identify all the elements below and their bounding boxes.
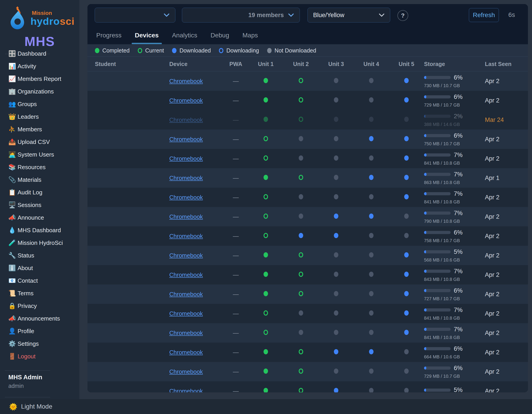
sidebar-item-groups[interactable]: 👥Groups [0, 98, 79, 110]
unit-5-cell [389, 252, 424, 259]
unit-2-cell [283, 136, 319, 143]
device-link[interactable]: Chromebook [169, 330, 203, 336]
none-dot-icon [369, 291, 373, 296]
refresh-button[interactable]: Refresh [469, 8, 499, 22]
none-dot-icon [334, 330, 338, 335]
device-cell: Chromebook [169, 97, 223, 104]
storage-cell: 7%790 MB / 10.8 GB [424, 210, 485, 224]
last-seen-cell: Apr 2 [485, 194, 521, 201]
unit-2-cell [283, 78, 319, 85]
sidebar-item-announcements[interactable]: 📣Announcements [0, 312, 79, 325]
device-link[interactable]: Chromebook [169, 175, 203, 181]
unit-4-cell [354, 155, 389, 162]
sidebar-item-about[interactable]: ℹ️About [0, 262, 79, 274]
sidebar-item-activity[interactable]: 📊Activity [0, 60, 79, 73]
palette-select[interactable]: Blue/Yellow [307, 8, 390, 23]
storage-bar-fill [424, 212, 427, 215]
device-cell: Chromebook [169, 271, 223, 278]
device-link[interactable]: Chromebook [169, 97, 203, 104]
sidebar-item-materials[interactable]: 📎Materials [0, 174, 79, 186]
sidebar-item-label: Announcements [18, 315, 60, 322]
device-link[interactable]: Chromebook [169, 388, 203, 393]
unit-1-cell [248, 194, 283, 201]
storage-detail: 841 MB / 10.8 GB [424, 161, 485, 166]
storage-bar-line: 6% [424, 132, 485, 139]
sidebar-item-contact[interactable]: 📧Contact [0, 274, 79, 287]
tab-progress[interactable]: Progress [95, 26, 123, 44]
tab-maps[interactable]: Maps [241, 26, 259, 44]
device-link[interactable]: Chromebook [169, 310, 203, 317]
storage-bar [424, 76, 451, 79]
tab-analytics[interactable]: Analytics [171, 26, 199, 44]
pwa-cell: — [223, 310, 248, 317]
current-dot-icon [299, 388, 303, 393]
column-header-unit-2: Unit 2 [283, 61, 319, 67]
sidebar-item-privacy[interactable]: 🔒Privacy [0, 300, 79, 312]
device-link[interactable]: Chromebook [169, 155, 203, 162]
help-button[interactable]: ? [398, 10, 408, 21]
downloaded-dot-icon [404, 330, 409, 335]
sidebar-item-status[interactable]: 🔧Status [0, 249, 79, 262]
device-link[interactable]: Chromebook [169, 136, 203, 143]
unit-4-cell [354, 388, 389, 393]
sidebar-item-label: Audit Log [18, 189, 42, 196]
filter-select-empty[interactable] [95, 8, 175, 23]
device-link[interactable]: Chromebook [169, 233, 203, 239]
sidebar-item-system-users[interactable]: 🧑‍💻System Users [0, 148, 79, 161]
chart-increasing-icon: 📈 [8, 75, 17, 83]
unit-3-cell [319, 136, 354, 143]
device-link[interactable]: Chromebook [169, 252, 203, 259]
storage-percent: 6% [454, 74, 463, 81]
device-link[interactable]: Chromebook [169, 78, 203, 84]
tab-devices[interactable]: Devices [133, 26, 160, 44]
sidebar-item-profile[interactable]: 👤Profile [0, 325, 79, 337]
sidebar-item-resources[interactable]: 📚Resources [0, 161, 79, 174]
tab-debug[interactable]: Debug [209, 26, 231, 44]
table-row: Chromebook—7%863 MB / 10.8 GBApr 1 [87, 168, 528, 188]
storage-bar-fill [424, 76, 426, 79]
unit-5-cell [389, 213, 424, 220]
storage-bar [424, 328, 451, 331]
downloaded-dot-icon [404, 194, 409, 199]
sidebar-item-sessions[interactable]: 🖥️Sessions [0, 199, 79, 211]
crown-icon: 👑 [8, 113, 17, 120]
unit-2-cell [283, 233, 319, 240]
sidebar-item-organizations[interactable]: 🏢Organizations [0, 85, 79, 98]
sidebar-item-audit-log[interactable]: 📋Audit Log [0, 186, 79, 199]
light-mode-toggle[interactable]: Light Mode [21, 403, 52, 410]
storage-bar-fill [424, 270, 427, 273]
sidebar-item-upload-csv[interactable]: 📤Upload CSV [0, 136, 79, 148]
device-link[interactable]: Chromebook [169, 368, 203, 375]
device-link[interactable]: Chromebook [169, 116, 203, 123]
storage-percent: 7% [454, 326, 463, 333]
sidebar-item-logout[interactable]: 🚪Logout [0, 350, 79, 363]
sidebar-item-leaders[interactable]: 👑Leaders [0, 110, 79, 123]
sidebar-item-announce[interactable]: 📣Announce [0, 211, 79, 224]
sidebar-item-members-report[interactable]: 📈Members Report [0, 73, 79, 85]
storage-percent: 6% [454, 229, 463, 236]
storage-cell: 7%841 MB / 10.8 GB [424, 326, 485, 340]
sidebar-item-mission-hydrosci[interactable]: 🧪Mission HydroSci [0, 237, 79, 249]
legend-item-not-downloaded: Not Downloaded [267, 47, 316, 54]
storage-bar-fill [424, 347, 426, 350]
last-seen-cell: Apr 2 [485, 213, 521, 220]
downloaded-dot-icon [369, 175, 373, 180]
device-cell: Chromebook [169, 78, 223, 85]
sidebar-item-members[interactable]: ⛹️Members [0, 123, 79, 136]
none-dot-icon [334, 252, 338, 258]
device-link[interactable]: Chromebook [169, 213, 203, 220]
members-select[interactable]: 19 members [182, 8, 300, 23]
clipboard-icon: 📋 [8, 189, 17, 196]
sidebar-item-dashboard[interactable]: 🎛️Dashboard [0, 47, 79, 60]
table-row: Chromebook—6%730 MB / 10.7 GBApr 2 [87, 71, 528, 91]
device-link[interactable]: Chromebook [169, 271, 203, 278]
unit-4-cell [354, 330, 389, 337]
toolbar: 19 members Blue/Yellow ? Refresh 6s [87, 4, 528, 26]
device-link[interactable]: Chromebook [169, 194, 203, 201]
device-link[interactable]: Chromebook [169, 349, 203, 356]
device-link[interactable]: Chromebook [169, 291, 203, 298]
sidebar-item-settings[interactable]: ⚙️Settings [0, 337, 79, 350]
sidebar-item-terms[interactable]: 📜Terms [0, 287, 79, 300]
sidebar-item-mhs-dashboard[interactable]: 💧MHS Dashboard [0, 224, 79, 237]
storage-percent: 6% [454, 345, 463, 352]
